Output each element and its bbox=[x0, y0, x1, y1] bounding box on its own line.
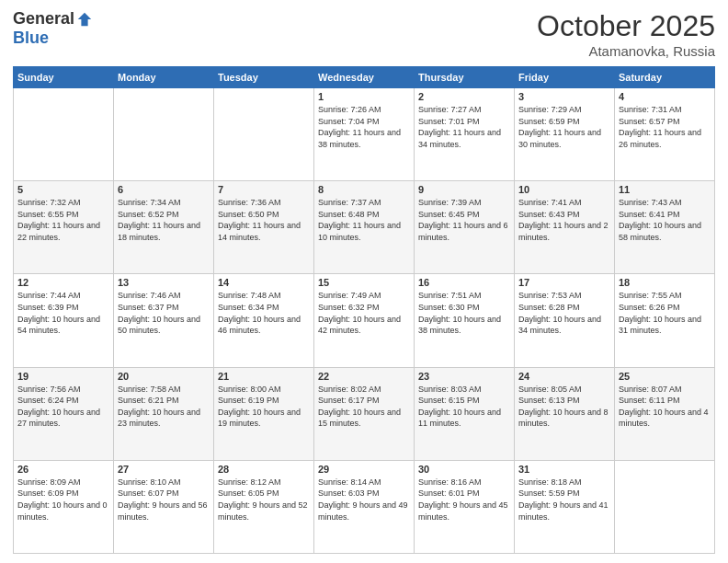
cell-content: Sunrise: 8:12 AMSunset: 6:05 PMDaylight:… bbox=[218, 477, 310, 523]
sunrise-text: Sunrise: 7:58 AM bbox=[118, 384, 210, 396]
logo-blue-text: Blue bbox=[13, 29, 49, 48]
calendar-cell: 13Sunrise: 7:46 AMSunset: 6:37 PMDayligh… bbox=[114, 274, 214, 367]
sunrise-text: Sunrise: 8:00 AM bbox=[218, 384, 310, 396]
calendar-cell bbox=[114, 88, 214, 181]
cell-content: Sunrise: 8:16 AMSunset: 6:01 PMDaylight:… bbox=[418, 477, 510, 523]
sunrise-text: Sunrise: 7:36 AM bbox=[218, 197, 310, 209]
sunrise-text: Sunrise: 7:29 AM bbox=[518, 104, 610, 116]
day-number: 20 bbox=[118, 371, 210, 382]
day-number: 15 bbox=[318, 277, 410, 288]
cell-content: Sunrise: 7:41 AMSunset: 6:43 PMDaylight:… bbox=[518, 197, 610, 243]
daylight-text: Daylight: 11 hours and 30 minutes. bbox=[518, 127, 610, 150]
calendar-cell: 27Sunrise: 8:10 AMSunset: 6:07 PMDayligh… bbox=[114, 460, 214, 553]
col-header-thursday: Thursday bbox=[415, 67, 515, 88]
daylight-text: Daylight: 10 hours and 34 minutes. bbox=[518, 314, 610, 337]
day-number: 5 bbox=[17, 184, 109, 195]
sunset-text: Sunset: 6:43 PM bbox=[518, 209, 610, 221]
day-number: 25 bbox=[619, 371, 711, 382]
daylight-text: Daylight: 9 hours and 56 minutes. bbox=[118, 500, 210, 523]
day-number: 6 bbox=[118, 184, 210, 195]
sunrise-text: Sunrise: 7:51 AM bbox=[418, 290, 510, 302]
month-title: October 2025 bbox=[537, 9, 715, 43]
day-number: 30 bbox=[418, 464, 510, 475]
sunrise-text: Sunrise: 7:46 AM bbox=[118, 290, 210, 302]
day-number: 23 bbox=[418, 371, 510, 382]
daylight-text: Daylight: 10 hours and 11 minutes. bbox=[418, 407, 510, 430]
cell-content: Sunrise: 7:36 AMSunset: 6:50 PMDaylight:… bbox=[218, 197, 310, 243]
daylight-text: Daylight: 11 hours and 2 minutes. bbox=[518, 220, 610, 243]
calendar-cell bbox=[615, 460, 715, 553]
daylight-text: Daylight: 10 hours and 4 minutes. bbox=[619, 407, 711, 430]
calendar-cell: 22Sunrise: 8:02 AMSunset: 6:17 PMDayligh… bbox=[314, 367, 415, 460]
sunrise-text: Sunrise: 7:31 AM bbox=[619, 104, 711, 116]
col-header-friday: Friday bbox=[515, 67, 615, 88]
daylight-text: Daylight: 9 hours and 41 minutes. bbox=[518, 500, 610, 523]
calendar-cell: 8Sunrise: 7:37 AMSunset: 6:48 PMDaylight… bbox=[314, 181, 415, 274]
daylight-text: Daylight: 11 hours and 10 minutes. bbox=[318, 220, 410, 243]
logo: General Blue bbox=[13, 9, 93, 48]
page: General Blue October 2025 Atamanovka, Ru… bbox=[0, 0, 728, 563]
calendar-cell: 23Sunrise: 8:03 AMSunset: 6:15 PMDayligh… bbox=[415, 367, 515, 460]
day-number: 2 bbox=[418, 91, 510, 102]
day-number: 8 bbox=[318, 184, 410, 195]
sunrise-text: Sunrise: 8:12 AM bbox=[218, 477, 310, 488]
sunset-text: Sunset: 6:52 PM bbox=[118, 209, 210, 221]
daylight-text: Daylight: 11 hours and 22 minutes. bbox=[17, 220, 109, 243]
day-number: 11 bbox=[619, 184, 711, 195]
cell-content: Sunrise: 7:29 AMSunset: 6:59 PMDaylight:… bbox=[518, 104, 610, 150]
sunset-text: Sunset: 6:34 PM bbox=[218, 302, 310, 314]
day-number: 26 bbox=[17, 464, 109, 475]
daylight-text: Daylight: 10 hours and 42 minutes. bbox=[318, 314, 410, 337]
sunset-text: Sunset: 6:59 PM bbox=[518, 116, 610, 128]
col-header-tuesday: Tuesday bbox=[214, 67, 314, 88]
cell-content: Sunrise: 8:10 AMSunset: 6:07 PMDaylight:… bbox=[118, 477, 210, 523]
cell-content: Sunrise: 7:55 AMSunset: 6:26 PMDaylight:… bbox=[619, 290, 711, 336]
daylight-text: Daylight: 10 hours and 23 minutes. bbox=[118, 407, 210, 430]
calendar-cell: 4Sunrise: 7:31 AMSunset: 6:57 PMDaylight… bbox=[615, 88, 715, 181]
sunset-text: Sunset: 6:11 PM bbox=[619, 395, 711, 407]
sunrise-text: Sunrise: 7:48 AM bbox=[218, 290, 310, 302]
cell-content: Sunrise: 7:43 AMSunset: 6:41 PMDaylight:… bbox=[619, 197, 711, 243]
sunrise-text: Sunrise: 7:53 AM bbox=[518, 290, 610, 302]
day-number: 9 bbox=[418, 184, 510, 195]
title-block: October 2025 Atamanovka, Russia bbox=[537, 9, 715, 59]
daylight-text: Daylight: 11 hours and 14 minutes. bbox=[218, 220, 310, 243]
calendar-header-row: SundayMondayTuesdayWednesdayThursdayFrid… bbox=[14, 67, 715, 88]
sunset-text: Sunset: 6:32 PM bbox=[318, 302, 410, 314]
sunrise-text: Sunrise: 8:09 AM bbox=[17, 477, 109, 488]
daylight-text: Daylight: 10 hours and 54 minutes. bbox=[17, 314, 109, 337]
cell-content: Sunrise: 7:51 AMSunset: 6:30 PMDaylight:… bbox=[418, 290, 510, 336]
sunset-text: Sunset: 7:01 PM bbox=[418, 116, 510, 128]
calendar-cell bbox=[214, 88, 314, 181]
cell-content: Sunrise: 7:49 AMSunset: 6:32 PMDaylight:… bbox=[318, 290, 410, 336]
calendar-cell: 19Sunrise: 7:56 AMSunset: 6:24 PMDayligh… bbox=[14, 367, 114, 460]
day-number: 10 bbox=[518, 184, 610, 195]
day-number: 19 bbox=[17, 371, 109, 382]
logo-general-text: General bbox=[13, 9, 74, 29]
calendar-cell: 2Sunrise: 7:27 AMSunset: 7:01 PMDaylight… bbox=[415, 88, 515, 181]
day-number: 22 bbox=[318, 371, 410, 382]
sunrise-text: Sunrise: 8:02 AM bbox=[318, 384, 410, 396]
sunset-text: Sunset: 6:41 PM bbox=[619, 209, 711, 221]
sunset-text: Sunset: 6:21 PM bbox=[118, 395, 210, 407]
cell-content: Sunrise: 7:37 AMSunset: 6:48 PMDaylight:… bbox=[318, 197, 410, 243]
daylight-text: Daylight: 10 hours and 8 minutes. bbox=[518, 407, 610, 430]
day-number: 3 bbox=[518, 91, 610, 102]
daylight-text: Daylight: 11 hours and 26 minutes. bbox=[619, 127, 711, 150]
cell-content: Sunrise: 8:05 AMSunset: 6:13 PMDaylight:… bbox=[518, 384, 610, 430]
calendar-cell: 7Sunrise: 7:36 AMSunset: 6:50 PMDaylight… bbox=[214, 181, 314, 274]
calendar-cell: 24Sunrise: 8:05 AMSunset: 6:13 PMDayligh… bbox=[515, 367, 615, 460]
calendar-cell: 21Sunrise: 8:00 AMSunset: 6:19 PMDayligh… bbox=[214, 367, 314, 460]
day-number: 14 bbox=[218, 277, 310, 288]
day-number: 7 bbox=[218, 184, 310, 195]
calendar-week-1: 5Sunrise: 7:32 AMSunset: 6:55 PMDaylight… bbox=[14, 181, 715, 274]
sunrise-text: Sunrise: 7:44 AM bbox=[17, 290, 109, 302]
sunset-text: Sunset: 6:50 PM bbox=[218, 209, 310, 221]
daylight-text: Daylight: 11 hours and 38 minutes. bbox=[318, 127, 410, 150]
calendar-cell bbox=[14, 88, 114, 181]
sunset-text: Sunset: 6:57 PM bbox=[619, 116, 711, 128]
sunrise-text: Sunrise: 7:37 AM bbox=[318, 197, 410, 209]
daylight-text: Daylight: 11 hours and 6 minutes. bbox=[418, 220, 510, 243]
daylight-text: Daylight: 11 hours and 18 minutes. bbox=[118, 220, 210, 243]
sunset-text: Sunset: 6:55 PM bbox=[17, 209, 109, 221]
